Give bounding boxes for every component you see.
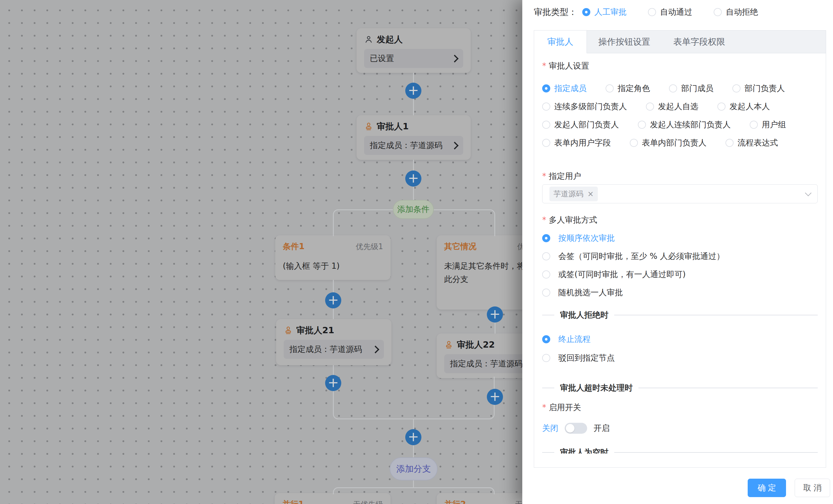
radio-icon (542, 354, 550, 362)
radio-initiator-dept-leader[interactable]: 发起人部门负责人 (542, 119, 619, 130)
radio-icon (542, 84, 550, 93)
radio-icon (638, 121, 646, 129)
radio-icon (542, 121, 550, 129)
enable-switch-label: 启用开关 (542, 402, 818, 413)
radio-icon (630, 139, 638, 147)
empty-approver-title: 审批人为空时 (560, 447, 609, 454)
assign-user-select[interactable]: 芋道源码 × (542, 184, 818, 203)
confirm-button[interactable]: 确 定 (748, 479, 786, 497)
radio-icon (542, 271, 550, 278)
radio-icon (542, 335, 550, 343)
config-drawer: 审批类型： 人工审批 自动通过 自动拒绝 审批人 操作按钮设置 表单字段权限 (522, 0, 833, 504)
radio-initiator-self[interactable]: 发起人本人 (717, 101, 770, 112)
radio-return-to-node[interactable]: 驳回到指定节点 (542, 353, 818, 363)
radio-initiator-multi-dept-leader[interactable]: 发起人连续部门负责人 (638, 119, 731, 130)
radio-countersign[interactable]: 会签（可同时审批，至少 % 人必须审批通过） (542, 251, 818, 261)
radio-manual-approval[interactable]: 人工审批 (582, 7, 627, 18)
radio-icon (714, 8, 722, 16)
radio-multi-level-dept-leader[interactable]: 连续多级部门负责人 (542, 101, 627, 112)
radio-dept-leader[interactable]: 部门负责人 (732, 83, 785, 94)
radio-icon (542, 139, 550, 147)
radio-icon (648, 8, 656, 16)
approver-setup-options-row: 连续多级部门负责人 发起人自选 发起人本人 (542, 101, 818, 112)
reject-section-divider: 审批人拒绝时 (542, 310, 818, 320)
assign-user-label: 指定用户 (542, 171, 818, 181)
approver-setup-options-row: 发起人部门负责人 发起人连续部门负责人 用户组 (542, 120, 818, 130)
radio-icon (542, 252, 550, 260)
timeout-section-divider: 审批人超时未处理时 (542, 383, 818, 393)
radio-icon (732, 84, 740, 93)
add-branch-button[interactable]: 添加分支 (390, 457, 437, 480)
approval-type-label: 审批类型： (534, 6, 577, 18)
radio-icon (669, 84, 677, 93)
add-node-button[interactable] (325, 375, 341, 391)
enable-switch[interactable] (565, 423, 587, 434)
cancel-button[interactable]: 取 消 (795, 479, 830, 497)
empty-approver-divider: 审批人为空时 (542, 447, 818, 454)
add-condition-button[interactable]: 添加条件 (393, 200, 434, 219)
switch-off-label: 关闭 (542, 423, 558, 434)
user-tag: 芋道源码 × (549, 186, 598, 201)
radio-sequential-approval[interactable]: 按顺序依次审批 (542, 233, 818, 243)
tab-pane-scroll-area[interactable]: 审批人设置 指定成员 指定角色 部门成员 (534, 53, 826, 454)
add-node-button[interactable] (405, 429, 421, 445)
multi-approve-mode-label: 多人审批方式 (542, 215, 818, 225)
tab-bar: 审批人 操作按钮设置 表单字段权限 (534, 30, 826, 53)
settings-tabs: 审批人 操作按钮设置 表单字段权限 审批人设置 指定成员 指定角色 (534, 30, 826, 468)
radio-auto-reject[interactable]: 自动拒绝 (714, 7, 758, 18)
approval-type-row: 审批类型： 人工审批 自动通过 自动拒绝 (522, 0, 833, 21)
add-node-button[interactable] (405, 83, 421, 99)
radio-assigned-member[interactable]: 指定成员 (542, 83, 587, 94)
radio-icon (646, 103, 654, 110)
radio-or-sign[interactable]: 或签(可同时审批，有一人通过即可) (542, 269, 818, 280)
radio-form-dept-leader[interactable]: 表单内部门负责人 (630, 137, 707, 148)
radio-icon (542, 288, 550, 297)
add-node-button[interactable] (405, 171, 421, 186)
add-node-button[interactable] (487, 389, 503, 405)
timeout-section-title: 审批人超时未处理时 (560, 383, 633, 393)
radio-user-group[interactable]: 用户组 (750, 119, 786, 130)
reject-section-title: 审批人拒绝时 (560, 310, 609, 320)
approver-setup-label: 审批人设置 (542, 61, 818, 71)
radio-icon (750, 121, 758, 129)
radio-icon (717, 103, 725, 110)
approver-setup-options-row: 表单内用户字段 表单内部门负责人 流程表达式 (542, 138, 818, 148)
radio-icon (605, 84, 614, 93)
radio-process-expression[interactable]: 流程表达式 (725, 137, 778, 148)
approver-setup-options-row: 指定成员 指定角色 部门成员 部门负责人 (542, 83, 818, 94)
tab-button-settings[interactable]: 操作按钮设置 (587, 30, 662, 53)
radio-assigned-role[interactable]: 指定角色 (605, 83, 650, 94)
tab-approver[interactable]: 审批人 (534, 30, 587, 53)
radio-icon (542, 234, 550, 242)
radio-dept-member[interactable]: 部门成员 (669, 83, 713, 94)
radio-icon (725, 139, 734, 147)
radio-terminate-process[interactable]: 终止流程 (542, 334, 818, 345)
tab-form-field-permission[interactable]: 表单字段权限 (662, 30, 737, 53)
radio-icon (542, 103, 550, 110)
tag-close-icon[interactable]: × (588, 190, 594, 198)
radio-auto-approve[interactable]: 自动通过 (648, 7, 692, 18)
add-node-button[interactable] (325, 292, 341, 308)
radio-initiator-choose[interactable]: 发起人自选 (646, 101, 698, 112)
bpm-designer-window: 发起人 已设置 审批人1 指定成员：芋道源码 (0, 0, 833, 504)
chevron-down-icon (805, 190, 812, 196)
switch-knob (566, 424, 574, 433)
timeout-switch-row: 关闭 开启 (542, 423, 818, 434)
drawer-footer: 确 定 取 消 (748, 479, 830, 497)
add-node-button[interactable] (487, 306, 503, 323)
radio-form-user-field[interactable]: 表单内用户字段 (542, 137, 611, 148)
radio-icon (582, 8, 590, 16)
switch-on-label: 开启 (593, 423, 610, 434)
radio-random-one[interactable]: 随机挑选一人审批 (542, 287, 818, 298)
